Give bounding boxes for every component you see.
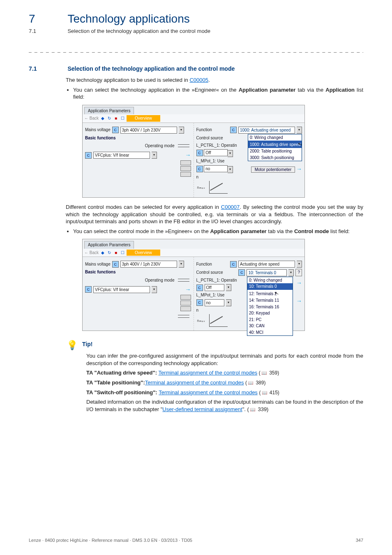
chevron-down-icon[interactable]: ▾ [226, 284, 231, 291]
arrow-right-icon[interactable]: → [185, 286, 191, 294]
tip-detail: Detailed information on the individual c… [86, 398, 363, 413]
nmax-label: nₘₐₓ [197, 318, 205, 323]
arrow-right-icon[interactable]: → [296, 166, 302, 172]
function-label: Function [196, 261, 212, 267]
list-item[interactable]: 10: Terminals 0 [247, 283, 293, 290]
mid-paragraph: Different control modes can be selected … [66, 204, 363, 225]
back-button[interactable]: ← Back [84, 250, 99, 256]
operating-mode-label: Operating mode [145, 143, 175, 149]
chevron-down-icon[interactable]: ▾ [179, 127, 184, 134]
list-item[interactable]: 0: Wiring changed [247, 277, 293, 284]
chapter-title: Technology applications [67, 12, 189, 25]
refresh-icon[interactable]: ↻ [107, 116, 112, 121]
c-badge: C [230, 261, 237, 268]
refresh-icon[interactable]: ↻ [107, 250, 112, 255]
link-c00007[interactable]: C00007 [221, 204, 240, 210]
c-badge: C [230, 127, 237, 133]
stop-icon[interactable]: ■ [113, 116, 118, 121]
overview-button[interactable]: Overview [127, 115, 160, 122]
back-button[interactable]: ← Back [84, 116, 99, 121]
lmpot-field[interactable]: no [204, 165, 228, 172]
chevron-down-icon[interactable]: ▾ [297, 261, 302, 268]
link-terminal-switchoff[interactable]: Terminal assignment of the control modes [159, 389, 258, 395]
engineer-screenshot-2: Application Parameters ← Back ◆ ↻ ■ ☐ Ov… [82, 239, 305, 331]
link-terminal-actuating[interactable]: Terminal assignment of the control modes [159, 370, 258, 376]
lmpot-label: L_MPot_1: Use [196, 158, 225, 164]
link-terminal-table[interactable]: Terminal assignment of the control modes [145, 379, 244, 386]
function-field[interactable]: 1000: Actuating drive speed [238, 127, 295, 134]
operating-mode-field[interactable]: VFCplus: V/f linear [93, 152, 150, 159]
mains-voltage-label: Mains voltage [85, 261, 111, 267]
chevron-down-icon[interactable]: ▾ [226, 299, 231, 306]
c-badge: C [196, 284, 203, 291]
list-item[interactable]: 2000: Table positioning [248, 148, 302, 155]
subheader-title: Selection of the technology application … [67, 28, 210, 34]
lightbulb-icon: 💡 [66, 341, 78, 350]
list-item[interactable]: 14: Terminals 11 [247, 297, 293, 304]
tab-application-parameters[interactable]: Application Parameters [84, 241, 134, 249]
c-badge: C [112, 127, 119, 133]
motor-potentiometer-button[interactable]: Motor potentiometer [251, 166, 295, 173]
link-c00005[interactable]: C00005 [189, 77, 208, 83]
chevron-down-icon[interactable]: ▾ [179, 261, 184, 268]
book-icon [261, 390, 268, 395]
list-item[interactable]: 20: Keypad [247, 310, 293, 317]
chevron-down-icon[interactable]: ▾ [228, 150, 233, 157]
lmpot-field[interactable]: no [205, 299, 224, 306]
lpctrl-label: L_PCTRL_1: Operatin [196, 143, 237, 148]
list-item[interactable]: 21: PC [247, 317, 293, 323]
c-badge: C [238, 269, 245, 276]
mains-voltage-field[interactable]: 3ph 400V / 1ph 230V [120, 127, 177, 134]
arrow-right-icon[interactable]: → [296, 297, 302, 305]
mains-voltage-field[interactable]: 3ph 400V / 1ph 230V [120, 261, 177, 268]
page-number: 347 [356, 538, 363, 543]
operating-mode-field[interactable]: VFCplus: V/f linear [93, 286, 150, 293]
arrow-right-icon[interactable]: → [296, 279, 302, 287]
chevron-down-icon[interactable]: ▾ [297, 127, 302, 134]
arrow-right-icon[interactable]: → [185, 151, 191, 159]
control-source-dropdown-list[interactable]: 0: Wiring changed 10: Terminals 0 12: Te… [247, 277, 293, 336]
help-button[interactable]: ? [295, 269, 302, 276]
page-icon[interactable]: ☐ [120, 116, 125, 121]
tip-line-switchoff: TA "Switch-off positioning": Terminal as… [86, 389, 363, 396]
control-source-label: Control source [196, 135, 223, 141]
section-heading: 7.1 Selection of the technology applicat… [29, 65, 363, 72]
overview-button[interactable]: Overview [127, 250, 160, 256]
list-item[interactable]: 0: Wiring changed [248, 134, 302, 141]
list-item[interactable]: 30: CAN [247, 323, 293, 329]
tab-application-parameters[interactable]: Application Parameters [84, 107, 134, 115]
book-icon [249, 406, 256, 412]
cursor-icon: ↖ [297, 141, 303, 148]
module-icon [180, 295, 191, 311]
control-source-field[interactable]: 10: Terminals 0 [247, 269, 287, 276]
page-footer: Lenze · 8400 protec HighLine · Reference… [29, 538, 363, 543]
lpctrl-field[interactable]: Off [204, 149, 228, 156]
chevron-down-icon[interactable]: ▾ [228, 166, 233, 173]
chevron-down-icon[interactable]: ▾ [152, 286, 157, 293]
tip-intro: You can infer the pre-configured assignm… [86, 352, 363, 367]
list-item[interactable]: 3000: Switch positioning [248, 155, 302, 161]
nav-icon[interactable]: ◆ [100, 250, 105, 255]
link-user-defined-terminal[interactable]: User-defined terminal assignment [162, 406, 242, 412]
list-item[interactable]: 1000: Actuating drive speed↖ [248, 141, 302, 148]
list-item[interactable]: 12: Terminals 2↖ [247, 290, 293, 297]
book-icon [261, 370, 268, 376]
list-item[interactable]: 16: Terminals 16 [247, 304, 293, 310]
lpctrl-field[interactable]: Off [205, 284, 224, 291]
operating-mode-label: Operating mode [145, 278, 175, 283]
engineer-screenshot-1: Application Parameters ← Back ◆ ↻ ■ ☐ Ov… [82, 105, 305, 198]
schematic-icon [176, 142, 191, 150]
function-label: Function [196, 127, 212, 133]
mains-voltage-label: Mains voltage [85, 127, 111, 133]
nmax-label: nₘₐₓ [197, 185, 205, 190]
nav-icon[interactable]: ◆ [100, 116, 105, 121]
chevron-down-icon[interactable]: ▾ [152, 152, 157, 159]
list-item[interactable]: 40: MCI [247, 329, 293, 336]
function-dropdown-list[interactable]: 0: Wiring changed 1000: Actuating drive … [248, 134, 302, 162]
chevron-down-icon[interactable]: ▾ [288, 269, 294, 276]
stop-icon[interactable]: ■ [113, 250, 118, 255]
function-field[interactable]: Actuating drive speed [238, 261, 295, 268]
lpctrl-label: L_PCTRL_1: Operatin [196, 278, 237, 283]
page-icon[interactable]: ☐ [120, 250, 125, 255]
tip-heading: Tip! [82, 341, 92, 347]
